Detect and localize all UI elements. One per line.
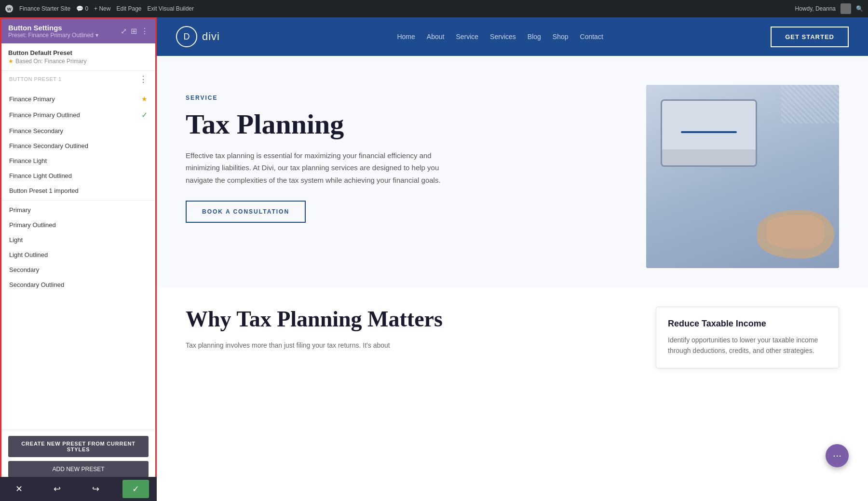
default-preset-title: Button Default Preset [8, 49, 149, 56]
nav-cta-button[interactable]: GET STARTED [771, 27, 849, 47]
sidebar-fullscreen-icon[interactable]: ⤢ [121, 27, 127, 36]
admin-bar: W Finance Starter Site 💬 0 + New Edit Pa… [0, 0, 868, 17]
hero-content: SERVICE Tax Planning Effective tax plann… [186, 85, 617, 223]
site-logo: D divi [176, 26, 220, 47]
sidebar-header-icons: ⤢ ⊞ ⋮ [121, 27, 149, 36]
star-icon: ★ [8, 58, 14, 65]
hero-description: Effective tax planning is essential for … [186, 149, 456, 187]
sidebar-layout-icon[interactable]: ⊞ [131, 27, 137, 36]
info-card-description: Identify opportunities to lower your tax… [668, 335, 827, 356]
admin-new[interactable]: + New [94, 5, 110, 12]
preset-item-primary-outlined[interactable]: Primary Outlined [1, 217, 155, 232]
vb-save-button[interactable]: ✓ [122, 480, 149, 498]
preset-item-finance-secondary[interactable]: Finance Secondary [1, 123, 155, 138]
star-icon: ★ [141, 95, 148, 103]
nav-links: Home About Service Services Blog Shop Co… [244, 33, 756, 41]
fab-button[interactable]: ··· [826, 444, 849, 467]
admin-bar-left: W Finance Starter Site 💬 0 + New Edit Pa… [5, 4, 194, 13]
preset-item-light-outlined[interactable]: Light Outlined [1, 247, 155, 262]
admin-comment: 💬 0 [76, 5, 88, 12]
bottom-right: Reduce Taxable Income Identify opportuni… [656, 307, 839, 368]
bottom-description: Tax planning involves more than just fil… [186, 340, 627, 352]
info-card-title: Reduce Taxable Income [668, 319, 827, 329]
bottom-title: Why Tax Planning Matters [186, 307, 627, 332]
preset-section-dots-icon[interactable]: ⋮ [139, 74, 148, 84]
logo-circle: D [176, 26, 197, 47]
fab-icon: ··· [833, 449, 841, 462]
logo-text: divi [202, 30, 220, 43]
undo-icon: ↩ [54, 484, 61, 494]
admin-greeting: Howdy, Deanna [795, 5, 836, 12]
hero-title: Tax Planning [186, 109, 617, 140]
check-icon: ✓ [141, 110, 148, 120]
hero-section-label: SERVICE [186, 95, 617, 101]
nav-link-about[interactable]: About [427, 33, 445, 41]
preset-item-finance-primary[interactable]: Finance Primary ★ [1, 91, 155, 107]
sidebar-more-icon[interactable]: ⋮ [141, 27, 149, 36]
wordpress-icon: W [5, 4, 14, 13]
hero-image [646, 85, 839, 268]
save-check-icon: ✓ [132, 484, 139, 494]
redo-icon: ↪ [92, 484, 99, 494]
preset-item-finance-primary-outlined[interactable]: Finance Primary Outlined ✓ [1, 107, 155, 123]
admin-search-icon[interactable]: 🔍 [856, 5, 863, 12]
hero-section: SERVICE Tax Planning Effective tax plann… [157, 56, 868, 287]
vb-undo-button[interactable]: ↩ [46, 480, 68, 498]
preset-section-label: Button Preset 1 [9, 76, 62, 82]
vb-cancel-button[interactable]: ✕ [8, 480, 30, 498]
hero-image-inner [646, 85, 839, 268]
preset-item-finance-light[interactable]: Finance Light [1, 153, 155, 168]
preset-item-light[interactable]: Light [1, 232, 155, 247]
vb-redo-button[interactable]: ↪ [84, 480, 107, 498]
preset-item-finance-light-outlined[interactable]: Finance Light Outlined [1, 168, 155, 183]
default-preset-section: Button Default Preset ★ Based On: Financ… [1, 43, 155, 71]
sidebar-preset-label[interactable]: Preset: Finance Primary Outlined ▾ [8, 32, 98, 39]
close-icon: ✕ [15, 484, 23, 494]
preset-item-button-preset-imported[interactable]: Button Preset 1 imported [1, 183, 155, 198]
nav-link-services[interactable]: Services [490, 33, 516, 41]
bottom-section: Why Tax Planning Matters Tax planning in… [157, 287, 868, 388]
preset-item-primary[interactable]: Primary [1, 203, 155, 217]
nav-link-blog[interactable]: Blog [528, 33, 541, 41]
nav-link-contact[interactable]: Contact [580, 33, 603, 41]
preset-divider [1, 200, 155, 201]
sidebar-title: Button Settings [8, 24, 98, 32]
vb-bottom-bar: ✕ ↩ ↪ ✓ [0, 477, 157, 501]
hero-cta-button[interactable]: BOOK A CONSULTATION [186, 201, 306, 223]
admin-bar-right: Howdy, Deanna 🔍 [795, 3, 864, 14]
svg-text:W: W [7, 7, 12, 12]
preset-list-scroll[interactable]: Button Default Preset ★ Based On: Financ… [1, 43, 155, 430]
preset-item-finance-secondary-outlined[interactable]: Finance Secondary Outlined [1, 138, 155, 153]
admin-avatar [841, 3, 851, 14]
create-preset-button[interactable]: CREATE NEW PRESET FROM CURRENT STYLES [8, 436, 149, 457]
admin-edit-page[interactable]: Edit Page [116, 5, 141, 12]
site-nav: D divi Home About Service Services Blog … [157, 17, 868, 56]
nav-link-shop[interactable]: Shop [553, 33, 569, 41]
main-area: Button Settings Preset: Finance Primary … [0, 17, 868, 501]
chevron-down-icon: ▾ [95, 32, 98, 39]
preset-section-header: Button Preset 1 ⋮ [1, 71, 155, 87]
nav-link-service[interactable]: Service [456, 33, 478, 41]
preset-item-secondary-outlined[interactable]: Secondary Outlined [1, 277, 155, 292]
preset-list: Finance Primary ★ Finance Primary Outlin… [1, 87, 155, 296]
sidebar-header: Button Settings Preset: Finance Primary … [1, 19, 155, 43]
sidebar-header-left: Button Settings Preset: Finance Primary … [8, 24, 98, 39]
site-content: D divi Home About Service Services Blog … [157, 17, 868, 501]
add-preset-button[interactable]: ADD NEW PRESET [8, 461, 149, 477]
nav-link-home[interactable]: Home [397, 33, 415, 41]
admin-site-name[interactable]: Finance Starter Site [19, 5, 70, 12]
bottom-left: Why Tax Planning Matters Tax planning in… [186, 307, 627, 352]
preset-item-secondary[interactable]: Secondary [1, 262, 155, 277]
info-card: Reduce Taxable Income Identify opportuni… [656, 307, 839, 368]
default-preset-subtitle: ★ Based On: Finance Primary [8, 58, 149, 65]
button-settings-sidebar: Button Settings Preset: Finance Primary … [0, 17, 157, 501]
admin-exit-builder[interactable]: Exit Visual Builder [148, 5, 194, 12]
